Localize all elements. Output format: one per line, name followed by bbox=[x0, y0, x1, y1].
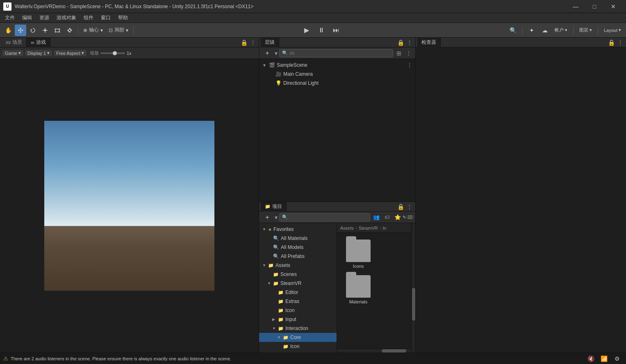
pivot-dropdown[interactable]: ⊕ 轴心 ▾ bbox=[81, 26, 105, 34]
svg-point-7 bbox=[59, 28, 60, 29]
project-badge-button[interactable]: ✎ 15 bbox=[404, 213, 413, 222]
menu-window[interactable]: 窗口 bbox=[98, 14, 114, 22]
project-add-arrow[interactable]: ▾ bbox=[275, 214, 278, 221]
project-people-button[interactable]: 👥 bbox=[372, 213, 381, 222]
hierarchy-add-button[interactable]: + bbox=[262, 47, 273, 59]
interaction-label: Interaction bbox=[285, 326, 308, 331]
scene-options[interactable]: ⋮ bbox=[407, 62, 415, 68]
account-dropdown[interactable]: 帐户 ▾ bbox=[552, 27, 570, 34]
project-scrollbar-thumb[interactable] bbox=[412, 288, 415, 321]
project-tag-button[interactable]: 🏷 bbox=[382, 213, 392, 222]
step-button[interactable]: ⏭ bbox=[330, 25, 343, 36]
hierarchy-more-button[interactable]: ⋮ bbox=[405, 38, 414, 47]
left-panel: ## 场景 ∞ 游戏 🔒 ⋮ Game ▾ Display 1 ▾ bbox=[0, 38, 259, 353]
tree-extras[interactable]: 📁 Extras bbox=[259, 297, 337, 306]
hierarchy-add-arrow[interactable]: ▾ bbox=[275, 50, 278, 57]
hierarchy-create-button[interactable]: ⊞ bbox=[395, 49, 403, 57]
rotate-tool-button[interactable] bbox=[27, 25, 39, 36]
status-icon2[interactable]: 📶 bbox=[598, 353, 610, 364]
layout-dropdown[interactable]: Layout ▾ bbox=[601, 27, 624, 33]
panel-more-button[interactable]: ⋮ bbox=[249, 38, 257, 47]
hierarchy-main-camera[interactable]: 🎥 Main Camera bbox=[259, 70, 415, 79]
tree-favorites[interactable]: ▼ ★ Favorites bbox=[259, 225, 337, 234]
project-scrollbar[interactable] bbox=[411, 223, 415, 353]
tree-interaction[interactable]: ▼ 📁 Interaction bbox=[259, 324, 337, 333]
file-materials[interactable]: Materials bbox=[342, 274, 375, 306]
play-button[interactable]: ▶ bbox=[300, 25, 313, 36]
hierarchy-tab[interactable]: 层级 bbox=[261, 38, 279, 47]
aspect-dropdown[interactable]: Free Aspect ▾ bbox=[54, 50, 87, 56]
pause-button[interactable]: ⏸ bbox=[315, 25, 328, 36]
tree-assets[interactable]: ▼ 📁 Assets bbox=[259, 261, 337, 270]
tree-core[interactable]: ▼ 📁 Core bbox=[259, 333, 337, 342]
project-more-button[interactable]: ⋮ bbox=[405, 203, 414, 211]
scale-slider[interactable] bbox=[100, 52, 125, 54]
tree-all-models[interactable]: 🔍 All Models bbox=[259, 243, 337, 252]
scene-tab[interactable]: ## 场景 bbox=[2, 38, 27, 47]
hierarchy-tabs: 层级 🔒 ⋮ bbox=[259, 38, 415, 47]
game-tab[interactable]: ∞ 游戏 bbox=[27, 38, 50, 47]
cloud-button[interactable]: ☁ bbox=[539, 25, 551, 36]
hierarchy-scene[interactable]: ▼ 🎬 SampleScene ⋮ bbox=[259, 61, 415, 70]
status-icon1[interactable]: 🔇 bbox=[585, 353, 596, 364]
game-canvas bbox=[0, 59, 259, 353]
sun-button[interactable]: ✦ bbox=[526, 25, 537, 36]
breadcrumb-assets[interactable]: Assets bbox=[340, 226, 354, 231]
local-dropdown[interactable]: ⊡ 局部 ▾ bbox=[106, 26, 131, 34]
transform-tool-button[interactable] bbox=[64, 25, 75, 36]
maximize-button[interactable]: □ bbox=[585, 0, 604, 13]
hierarchy-lock-button[interactable]: 🔒 bbox=[396, 38, 405, 47]
minimize-button[interactable]: — bbox=[566, 0, 585, 13]
tree-scenes[interactable]: 📁 Scenes bbox=[259, 270, 337, 279]
scenes-label: Scenes bbox=[280, 271, 297, 277]
breadcrumb-in[interactable]: In bbox=[382, 226, 386, 231]
menu-file[interactable]: 文件 bbox=[2, 14, 18, 22]
menu-component[interactable]: 组件 bbox=[80, 14, 97, 22]
file-icons[interactable]: Icons bbox=[342, 238, 375, 270]
breadcrumb-steamvr[interactable]: SteamVR bbox=[359, 226, 378, 231]
tree-steamvr[interactable]: ▼ 📁 SteamVR bbox=[259, 279, 337, 288]
menu-gameobject[interactable]: 游戏对象 bbox=[53, 14, 80, 22]
layers-dropdown[interactable]: 图层 ▾ bbox=[577, 27, 594, 34]
hand-tool-button[interactable]: ✋ bbox=[2, 25, 14, 36]
icon2-folder-icon: 📁 bbox=[283, 344, 289, 349]
tree-icon[interactable]: 📁 Icon bbox=[259, 306, 337, 315]
tree-input[interactable]: ▶ 📁 Input bbox=[259, 315, 337, 324]
inspector-tab[interactable]: 检查器 bbox=[417, 38, 441, 47]
icons-folder-thumb bbox=[346, 240, 371, 262]
project-lock-button[interactable]: 🔒 bbox=[396, 203, 405, 211]
search-button[interactable]: 🔍 bbox=[508, 25, 519, 36]
hierarchy-search-input[interactable] bbox=[289, 51, 390, 56]
menu-edit[interactable]: 编辑 bbox=[19, 14, 35, 22]
scene-render bbox=[44, 121, 214, 291]
game-label-dropdown[interactable]: Game ▾ bbox=[2, 50, 23, 56]
status-icon3[interactable]: ⚙ bbox=[611, 353, 623, 364]
tree-icon2[interactable]: 📁 Icon bbox=[259, 342, 337, 351]
panel-lock-button[interactable]: 🔒 bbox=[240, 38, 248, 47]
menu-assets[interactable]: 资源 bbox=[36, 14, 52, 22]
tree-editor[interactable]: 📁 Editor bbox=[259, 288, 337, 297]
close-button[interactable]: ✕ bbox=[604, 0, 623, 13]
menu-help[interactable]: 帮助 bbox=[115, 14, 131, 22]
assets-folder-icon: 📁 bbox=[268, 263, 274, 268]
scale-tool-button[interactable] bbox=[39, 25, 51, 36]
svg-rect-0 bbox=[44, 29, 46, 31]
unity-logo: U bbox=[3, 2, 11, 11]
rect-tool-button[interactable] bbox=[52, 25, 63, 36]
tree-all-materials[interactable]: 🔍 All Materials bbox=[259, 234, 337, 243]
project-star-button[interactable]: ⭐ bbox=[393, 213, 402, 222]
hierarchy-directional-light[interactable]: 💡 Directional Light bbox=[259, 79, 415, 88]
inspector-more-button[interactable]: ⋮ bbox=[616, 38, 624, 47]
inspector-lock-button[interactable]: 🔒 bbox=[607, 38, 615, 47]
project-files: Assets › SteamVR › In Icons Mater bbox=[337, 223, 411, 353]
project-search-input[interactable] bbox=[288, 215, 367, 220]
project-hscrollbar[interactable] bbox=[337, 348, 411, 353]
game-label: Game bbox=[5, 51, 17, 56]
project-hscrollbar-thumb[interactable] bbox=[382, 349, 406, 353]
display-dropdown[interactable]: Display 1 ▾ bbox=[25, 50, 52, 56]
move-tool-button[interactable] bbox=[15, 25, 26, 36]
project-add-button[interactable]: + bbox=[262, 212, 273, 223]
tree-all-prefabs[interactable]: 🔍 All Prefabs bbox=[259, 252, 337, 261]
hierarchy-options-button[interactable]: ⋮ bbox=[405, 49, 413, 57]
project-tab[interactable]: 📁 项目 bbox=[261, 202, 287, 212]
